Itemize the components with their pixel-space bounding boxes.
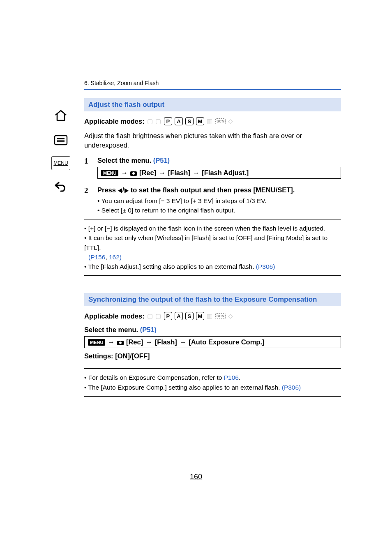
select-link[interactable]: (P51) [140,326,157,333]
s2-note-1-post: . [239,374,240,381]
step-2-title: Press / to set the flash output and then… [97,186,341,194]
step-1-link[interactable]: (P51) [153,157,170,164]
page-content: 6. Stabilizer, Zoom and Flash Adjust the… [84,80,341,397]
select-text: Select the menu. [84,326,140,333]
mode-m: M [196,117,204,125]
arrow-icon: → [193,169,200,177]
mode-a: A [175,312,183,320]
menu-path-2: MENU → [Rec] → [Flash] → [Auto Exposure … [84,336,341,348]
note-2-link-a[interactable]: (P156 [88,254,105,261]
arrow-icon: → [159,169,166,177]
path-auto-exposure: [Auto Exposure Comp.] [189,338,264,346]
mode-movie-icon: ▥ [207,312,213,320]
s2-note-2: The [Auto Exposure Comp.] setting also a… [84,383,341,392]
left-arrow-icon [118,188,122,193]
s2-note-1-pre: For details on Exposure Compensation, re… [88,374,224,381]
camera-icon [117,339,124,345]
mode-creative-icon: ◇ [228,118,233,125]
menu-chip-icon: MENU [88,339,105,346]
arrow-icon: → [180,338,187,346]
note-2-text: It can be set only when [Wireless] in [F… [84,234,327,251]
mode-p: P [164,117,172,125]
path-flash: [Flash] [155,338,177,346]
toc-icon[interactable] [51,132,70,149]
applicable-modes-row-2: Applicable modes: ▢ ▢ P A S M ▥ SCN ◇ [84,312,341,320]
s2-note-2-pre: The [Auto Exposure Comp.] setting also a… [88,384,281,391]
note-3: The [Flash Adjust.] setting also applies… [84,262,341,271]
s2-note-2-link[interactable]: (P306) [282,384,301,391]
section1-intro: Adjust the flash brightness when picture… [84,131,341,150]
menu-icon[interactable]: MENU [51,156,70,170]
page-number: 160 [0,473,392,481]
back-icon[interactable] [51,178,70,195]
note-2: It can be set only when [Wireless] in [F… [84,233,341,262]
modes-label: Applicable modes: [84,118,145,125]
menu-path-1: MENU → [Rec] → [Flash] → [Flash Adjust.] [97,167,341,179]
mode-scn: SCN [215,313,226,319]
section2-notes: For details on Exposure Compensation, re… [84,368,341,397]
step-1-text: Select the menu. [97,157,153,164]
modes-label: Applicable modes: [84,312,145,320]
step-2-bullet-2: Select [± 0] to return to the original f… [97,206,341,215]
mode-ia-icon: ▢ ▢ [147,118,161,125]
note-3-link[interactable]: (P306) [256,263,275,270]
arrow-icon: → [121,169,128,177]
step-2-text-post: to set the flash output and then press [… [129,186,295,194]
mode-s: S [185,117,194,125]
mode-a: A [175,117,183,125]
note-2-link-b[interactable]: 162) [109,254,122,261]
s2-note-1-link[interactable]: P106 [224,374,239,381]
section-title-sync-flash: Synchronizing the output of the flash to… [84,293,341,306]
arrow-icon: → [145,338,152,346]
menu-label: MENU [53,160,68,166]
note-1: [+] or [−] is displayed on the flash ico… [84,224,341,233]
menu-chip-icon: MENU [101,170,118,176]
path-rec: [Rec] [139,169,156,177]
mode-movie-icon: ▥ [207,118,213,125]
path-flash: [Flash] [168,169,190,177]
mode-s: S [185,312,194,320]
path-rec: [Rec] [126,338,143,346]
mode-m: M [196,312,204,320]
section-title-adjust-flash: Adjust the flash output [84,98,341,111]
mode-ia-icon: ▢ ▢ [147,312,161,320]
camera-icon [130,170,137,176]
chapter-header: 6. Stabilizer, Zoom and Flash [84,80,341,88]
sidebar-nav: MENU [49,107,72,195]
step-1-number: 1 [84,157,92,183]
mode-p: P [164,312,172,320]
applicable-modes-row: Applicable modes: ▢ ▢ P A S M ▥ SCN ◇ [84,117,341,125]
step-1: 1 Select the menu. (P51) MENU → [Rec] → … [84,157,341,183]
step-2-number: 2 [84,186,92,215]
mode-creative-icon: ◇ [228,312,233,320]
mode-scn: SCN [215,118,226,124]
step-2-sublist: You can adjust from [− 3 EV] to [+ 3 EV]… [97,196,341,215]
s2-note-1: For details on Exposure Compensation, re… [84,373,341,382]
path-flash-adjust: [Flash Adjust.] [202,169,249,177]
step-2: 2 Press / to set the flash output and th… [84,186,341,215]
step-2-bullet-1: You can adjust from [− 3 EV] to [+ 3 EV]… [97,196,341,205]
right-arrow-icon [125,188,129,193]
chapter-rule [84,89,341,90]
settings-line: Settings: [ON]/[OFF] [84,352,341,360]
step-1-title: Select the menu. (P51) [97,157,341,164]
note-3-text: The [Flash Adjust.] setting also applies… [88,263,256,270]
home-icon[interactable] [51,107,70,124]
section2-select-menu: Select the menu. (P51) [84,326,341,334]
section1-notes: [+] or [−] is displayed on the flash ico… [84,219,341,276]
arrow-icon: → [108,338,115,346]
step-2-text-pre: Press [97,186,118,194]
